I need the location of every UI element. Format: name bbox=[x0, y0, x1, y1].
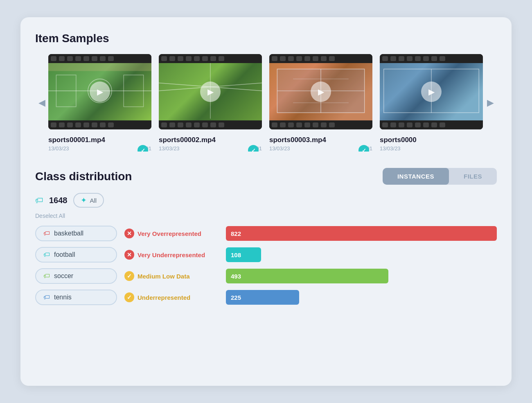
class-row-football: 🏷 football ✕ Very Underrepresented 108 bbox=[35, 247, 497, 263]
deselect-all-button[interactable]: Deselect All bbox=[35, 213, 497, 219]
video-item-1[interactable]: ▶ ✓ sports00001.mp4 13/03/23 0001 bbox=[48, 54, 151, 152]
bar-container-basketball: 822 bbox=[226, 226, 497, 241]
video-meta-1: 13/03/23 0001 bbox=[48, 145, 151, 152]
instances-count: 1648 bbox=[49, 196, 68, 205]
tag-label-basketball: basketball bbox=[54, 230, 83, 237]
status-icon-tennis: ✓ bbox=[124, 292, 134, 302]
video-item-2[interactable]: ▶ ✓ sports00002.mp4 13/03/23 0001 bbox=[159, 54, 262, 152]
class-row-tennis: 🏷 tennis ✓ Underrepresented 225 bbox=[35, 290, 497, 305]
tag-label-soccer: soccer bbox=[54, 272, 73, 280]
class-row-soccer: 🏷 soccer ✓ Medium Low Data 493 bbox=[35, 268, 497, 284]
class-tag-basketball[interactable]: 🏷 basketball bbox=[35, 226, 117, 241]
video-meta-3: 13/03/23 0001 bbox=[269, 145, 372, 152]
video-meta-4: 13/03/23 bbox=[380, 145, 483, 152]
status-text-soccer: Medium Low Data bbox=[138, 273, 190, 280]
main-card: Item Samples ◀ bbox=[20, 17, 512, 386]
video-item-3[interactable]: ▶ ✓ sports00003.mp4 13/03/23 0001 bbox=[269, 54, 372, 152]
bar-tennis: 225 bbox=[226, 290, 299, 305]
film-strip-2: ▶ bbox=[159, 54, 262, 129]
all-badge-text: All bbox=[90, 197, 97, 204]
video-name-4: sports0000 bbox=[380, 136, 483, 144]
status-icon-soccer: ✓ bbox=[124, 271, 134, 281]
tag-icon-soccer: 🏷 bbox=[43, 272, 50, 280]
play-button-1[interactable]: ▶ bbox=[90, 82, 110, 102]
tag-icon-basketball: 🏷 bbox=[43, 230, 50, 237]
bar-football: 108 bbox=[226, 247, 261, 262]
film-strip-3: ▶ bbox=[269, 54, 372, 129]
status-indicator-football: ✕ Very Underrepresented bbox=[124, 250, 219, 260]
bar-basketball: 822 bbox=[226, 226, 497, 241]
status-text-football: Very Underrepresented bbox=[138, 251, 205, 258]
status-indicator-soccer: ✓ Medium Low Data bbox=[124, 271, 219, 281]
toggle-instances-button[interactable]: INSTANCES bbox=[383, 168, 449, 185]
toggle-group: INSTANCES FILES bbox=[383, 168, 497, 185]
class-tag-football[interactable]: 🏷 football bbox=[35, 247, 117, 263]
video-name-3: sports00003.mp4 bbox=[269, 136, 372, 144]
status-icon-football: ✕ bbox=[124, 250, 134, 260]
film-strip-4: ▶ bbox=[380, 54, 483, 129]
video-items-container: ▶ ✓ sports00001.mp4 13/03/23 0001 bbox=[48, 54, 484, 152]
video-name-2: sports00002.mp4 bbox=[159, 136, 262, 144]
tag-label-tennis: tennis bbox=[54, 294, 72, 301]
item-samples-title: Item Samples bbox=[35, 32, 497, 45]
video-item-4[interactable]: ▶ sports0000 13/03/23 bbox=[380, 54, 483, 152]
class-tag-soccer[interactable]: 🏷 soccer bbox=[35, 268, 117, 284]
status-text-basketball: Very Overrepresented bbox=[138, 230, 201, 237]
film-strip-1: ▶ bbox=[48, 54, 151, 129]
tag-label-football: football bbox=[54, 251, 75, 258]
status-text-tennis: Underrepresented bbox=[138, 294, 190, 301]
video-date-3: 13/03/23 bbox=[269, 145, 290, 152]
all-badge-icon: ✦ bbox=[81, 196, 87, 205]
status-icon-basketball: ✕ bbox=[124, 229, 134, 238]
play-button-3[interactable]: ▶ bbox=[311, 82, 331, 102]
class-row-basketball: 🏷 basketball ✕ Very Overrepresented 822 bbox=[35, 226, 497, 241]
play-button-4[interactable]: ▶ bbox=[421, 82, 442, 102]
bar-container-tennis: 225 bbox=[226, 290, 497, 305]
bar-container-football: 108 bbox=[226, 247, 497, 262]
class-tag-tennis[interactable]: 🏷 tennis bbox=[35, 290, 117, 305]
tag-icon-tennis: 🏷 bbox=[43, 294, 50, 301]
samples-row: ◀ bbox=[35, 54, 497, 152]
toggle-files-button[interactable]: FILES bbox=[449, 168, 497, 185]
instances-icon: 🏷 bbox=[35, 196, 43, 205]
video-meta-2: 13/03/23 0001 bbox=[159, 145, 262, 152]
next-arrow[interactable]: ▶ bbox=[484, 96, 497, 109]
bar-container-soccer: 493 bbox=[226, 269, 497, 283]
status-indicator-tennis: ✓ Underrepresented bbox=[124, 292, 219, 302]
video-date-2: 13/03/23 bbox=[159, 145, 180, 152]
class-dist-header: Class distribution INSTANCES FILES bbox=[35, 168, 497, 185]
class-dist-title: Class distribution bbox=[35, 170, 132, 183]
instances-row: 🏷 1648 ✦ All bbox=[35, 193, 497, 208]
svg-rect-4 bbox=[48, 63, 151, 71]
video-name-1: sports00001.mp4 bbox=[48, 136, 151, 144]
status-indicator-basketball: ✕ Very Overrepresented bbox=[124, 229, 219, 238]
tag-icon-football: 🏷 bbox=[43, 251, 50, 258]
class-rows: 🏷 basketball ✕ Very Overrepresented 822 … bbox=[35, 226, 497, 305]
video-date-4: 13/03/23 bbox=[380, 145, 401, 152]
all-badge[interactable]: ✦ All bbox=[73, 193, 104, 208]
video-date-1: 13/03/23 bbox=[48, 145, 69, 152]
prev-arrow[interactable]: ◀ bbox=[35, 96, 48, 109]
bar-soccer: 493 bbox=[226, 269, 388, 283]
play-button-2[interactable]: ▶ bbox=[200, 82, 221, 102]
